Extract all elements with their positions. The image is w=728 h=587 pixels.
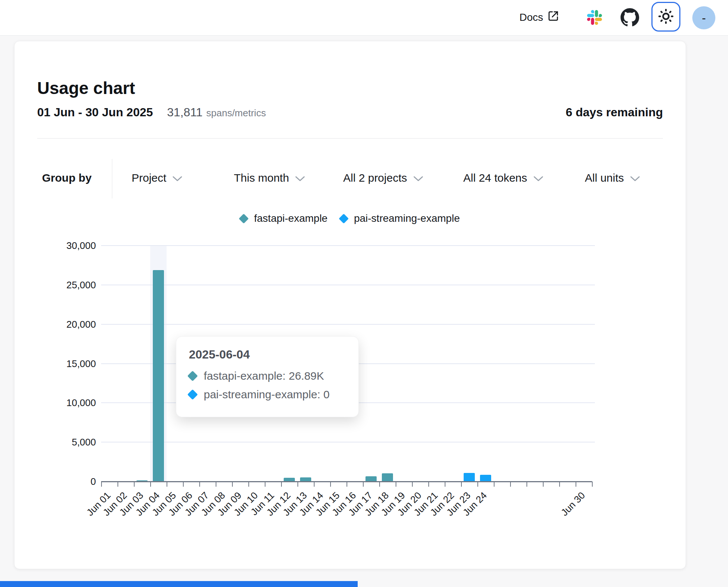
bottom-blue-bar <box>0 581 358 587</box>
x-axis-tick <box>216 481 216 487</box>
bar-pai-streaming-example-Jun 24[interactable] <box>480 475 491 481</box>
x-axis-tick <box>297 481 298 487</box>
x-axis-tick <box>510 481 511 487</box>
x-axis-tick <box>150 481 151 487</box>
x-axis-tick <box>330 481 331 487</box>
tooltip-value: pai-streaming-example: 0 <box>204 388 329 401</box>
y-axis-tick-label: 30,000 <box>51 240 96 252</box>
x-axis-tick <box>412 481 413 487</box>
y-axis-tick-label: 5,000 <box>51 437 96 448</box>
x-axis-tick <box>494 481 495 487</box>
x-axis-tick <box>134 481 135 487</box>
gridline <box>101 324 595 325</box>
x-axis-tick <box>379 481 380 487</box>
x-axis-tick <box>543 481 544 487</box>
x-axis-tick <box>526 481 527 487</box>
tooltip-row: pai-streaming-example: 0 <box>189 388 346 401</box>
tooltip-diamond-icon <box>187 389 198 400</box>
x-axis-tick <box>199 481 200 487</box>
y-axis-tick-label: 25,000 <box>51 279 96 291</box>
x-axis-tick <box>396 481 396 487</box>
x-axis-tick <box>576 481 576 487</box>
chart-tooltip: 2025-06-04 fastapi-example: 26.89Kpai-st… <box>176 336 359 417</box>
bar-fastapi-example-Jun 04[interactable] <box>153 270 164 481</box>
tooltip-date: 2025-06-04 <box>189 348 346 361</box>
x-axis-tick <box>428 481 429 487</box>
tooltip-value: fastapi-example: 26.89K <box>204 370 324 382</box>
x-axis-tick <box>281 481 282 487</box>
x-axis-tick <box>363 481 364 487</box>
tooltip-row: fastapi-example: 26.89K <box>189 370 346 382</box>
x-axis-tick <box>461 481 462 487</box>
gridline <box>101 442 595 442</box>
x-axis-tick <box>117 481 118 487</box>
x-axis-tick <box>314 481 315 487</box>
x-axis-tick <box>101 481 102 487</box>
x-axis-tick <box>445 481 445 487</box>
x-axis-tick-label: Jun 30 <box>559 490 587 518</box>
x-axis-tick <box>265 481 265 487</box>
gridline <box>101 285 595 285</box>
bar-pai-streaming-example-Jun 23[interactable] <box>464 473 475 481</box>
page: Docs <box>0 0 728 587</box>
x-axis-tick <box>232 481 233 487</box>
bar-fastapi-example-Jun 18[interactable] <box>382 473 393 481</box>
y-axis-tick-label: 15,000 <box>51 358 96 370</box>
x-axis-tick <box>248 481 249 487</box>
bar-fastapi-example-Jun 17[interactable] <box>365 476 377 481</box>
x-axis-tick <box>167 481 167 487</box>
x-axis-tick <box>559 481 560 487</box>
y-axis-tick-label: 10,000 <box>51 397 96 409</box>
tooltip-diamond-icon <box>187 371 198 381</box>
y-axis-tick-label: 0 <box>51 476 96 487</box>
usage-bar-chart: 05,00010,00015,00020,00025,00030,000Jun … <box>0 0 728 587</box>
gridline <box>101 245 595 246</box>
x-axis-tick <box>477 481 478 487</box>
x-axis-tick <box>183 481 184 487</box>
y-axis-tick-label: 20,000 <box>51 319 96 330</box>
x-axis-tick <box>592 481 593 487</box>
x-axis-tick <box>347 481 347 487</box>
